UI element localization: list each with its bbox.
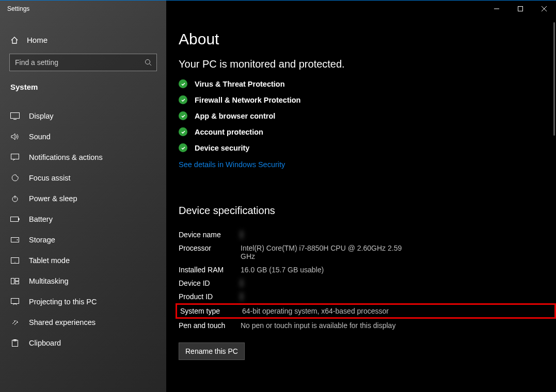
check-icon — [179, 79, 187, 88]
main-content: About Your PC is monitored and protected… — [166, 1, 556, 392]
spec-table: Device name Processor Intel(R) Core(TM) … — [179, 228, 556, 332]
protection-label: Virus & Threat Protection — [195, 80, 285, 88]
spec-row-ram: Installed RAM 16.0 GB (15.7 GB usable) — [179, 263, 556, 276]
nav-item-storage[interactable]: Storage — [0, 230, 166, 250]
scrollbar[interactable] — [553, 22, 555, 136]
svg-rect-2 — [11, 113, 20, 119]
focus-assist-icon — [10, 174, 20, 182]
spec-label: Device ID — [179, 279, 241, 287]
nav-item-projecting[interactable]: Projecting to this PC — [0, 291, 166, 312]
multitasking-icon — [10, 278, 20, 284]
spec-value: 16.0 GB (15.7 GB usable) — [241, 266, 324, 274]
spec-label: Processor — [179, 244, 241, 260]
svg-rect-12 — [15, 279, 19, 281]
nav-item-tablet-mode[interactable]: Tablet mode — [0, 250, 166, 271]
nav-item-display[interactable]: Display — [0, 106, 166, 126]
sound-icon — [10, 133, 20, 140]
window-title: Settings — [0, 5, 29, 12]
redacted-value — [241, 279, 243, 287]
maximize-button[interactable] — [509, 1, 532, 17]
clipboard-icon — [10, 339, 20, 347]
protection-label: Device security — [195, 144, 249, 152]
minimize-button[interactable] — [485, 1, 509, 17]
protection-label: Firewall & Network Protection — [195, 96, 300, 104]
storage-icon — [10, 237, 20, 242]
nav-label: Notifications & actions — [29, 153, 103, 161]
nav-item-multitasking[interactable]: Multitasking — [0, 271, 166, 291]
check-icon — [179, 127, 187, 136]
svg-rect-11 — [11, 279, 14, 284]
nav-item-battery[interactable]: Battery — [0, 209, 166, 230]
sidebar: Home System Display Sound — [0, 1, 166, 392]
power-icon — [10, 195, 20, 202]
tablet-icon — [10, 257, 20, 264]
nav-item-sound[interactable]: Sound — [0, 126, 166, 147]
search-input[interactable] — [9, 54, 157, 71]
nav-item-power[interactable]: Power & sleep — [0, 188, 166, 209]
svg-point-8 — [17, 239, 18, 240]
titlebar: Settings — [0, 1, 556, 17]
svg-point-1 — [146, 60, 150, 64]
spec-row-product-id: Product ID — [179, 290, 556, 303]
spec-row-system-type: System type 64-bit operating system, x64… — [176, 303, 556, 319]
nav-label: Tablet mode — [29, 256, 70, 265]
home-icon — [10, 36, 19, 44]
nav-label: Storage — [29, 236, 55, 244]
spec-label: Installed RAM — [179, 266, 241, 274]
projecting-icon — [10, 298, 20, 305]
check-icon — [179, 143, 187, 152]
device-spec-heading: Device specifications — [179, 205, 556, 217]
nav-item-notifications[interactable]: Notifications & actions — [0, 147, 166, 168]
category-label: System — [0, 83, 166, 96]
protection-item: Firewall & Network Protection — [179, 95, 556, 104]
protection-label: App & browser control — [195, 112, 275, 120]
home-label: Home — [27, 36, 47, 44]
nav-label: Sound — [29, 133, 51, 141]
rename-pc-button[interactable]: Rename this PC — [179, 342, 245, 360]
check-icon — [179, 95, 187, 104]
nav-label: Clipboard — [29, 339, 61, 347]
nav-list: Display Sound Notifications & actions Fo… — [0, 106, 166, 353]
protection-list: Virus & Threat Protection Firewall & Net… — [179, 79, 556, 152]
search-icon — [145, 59, 152, 66]
home-link[interactable]: Home — [0, 31, 166, 54]
close-button[interactable] — [532, 1, 556, 17]
protection-item: App & browser control — [179, 111, 556, 120]
protection-heading: Your PC is monitored and protected. — [179, 58, 556, 70]
protection-item: Virus & Threat Protection — [179, 79, 556, 88]
protection-item: Device security — [179, 143, 556, 152]
page-title: About — [179, 30, 556, 48]
spec-label: System type — [180, 307, 242, 315]
battery-icon — [10, 217, 20, 222]
spec-value: Intel(R) Core(TM) i7-8850H CPU @ 2.60GHz… — [241, 244, 416, 260]
spec-row-pen-touch: Pen and touch No pen or touch input is a… — [179, 319, 556, 332]
nav-item-focus-assist[interactable]: Focus assist — [0, 168, 166, 188]
protection-item: Account protection — [179, 127, 556, 136]
spec-value: 64-bit operating system, x64-based proce… — [242, 307, 389, 315]
protection-label: Account protection — [195, 128, 263, 136]
security-link[interactable]: See details in Windows Security — [179, 160, 556, 169]
svg-rect-0 — [518, 7, 523, 11]
svg-rect-13 — [15, 282, 19, 284]
spec-label: Pen and touch — [179, 321, 241, 330]
nav-item-clipboard[interactable]: Clipboard — [0, 333, 166, 353]
svg-rect-5 — [11, 217, 19, 222]
nav-label: Focus assist — [29, 174, 71, 182]
display-icon — [10, 112, 20, 120]
redacted-value — [241, 292, 243, 301]
spec-label: Device name — [179, 231, 241, 239]
svg-rect-3 — [11, 154, 19, 159]
svg-point-10 — [14, 262, 15, 263]
nav-label: Battery — [29, 215, 53, 223]
spec-value: No pen or touch input is available for t… — [241, 321, 395, 330]
nav-label: Display — [29, 112, 54, 120]
redacted-value — [241, 231, 243, 239]
nav-item-shared-experiences[interactable]: Shared experiences — [0, 312, 166, 333]
spec-row-processor: Processor Intel(R) Core(TM) i7-8850H CPU… — [179, 241, 556, 263]
check-icon — [179, 111, 187, 120]
shared-icon — [10, 319, 20, 326]
nav-label: Shared experiences — [29, 318, 96, 326]
nav-label: Projecting to this PC — [29, 298, 97, 306]
spec-label: Product ID — [179, 292, 241, 301]
svg-rect-14 — [11, 299, 19, 304]
